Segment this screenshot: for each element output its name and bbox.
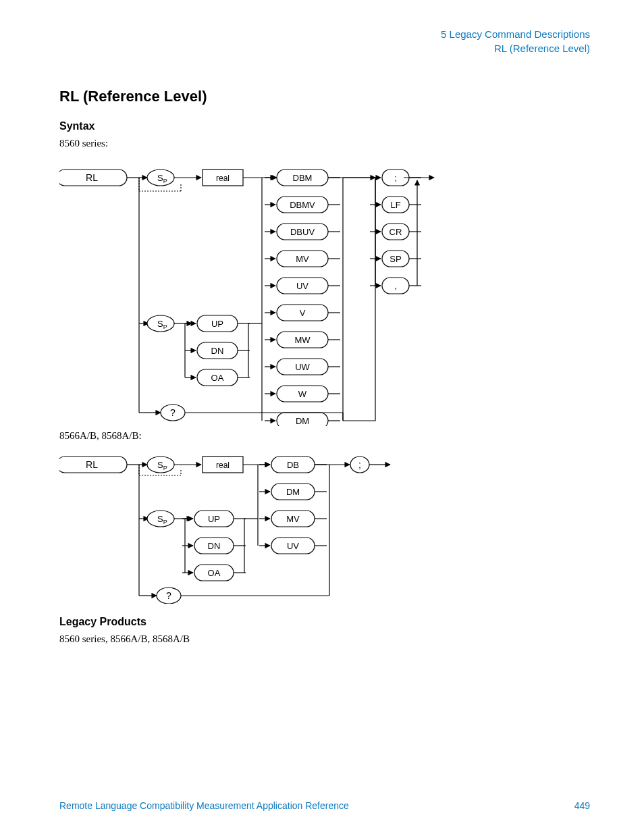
d2-sp-sub: P (163, 465, 167, 471)
legacy-heading: Legacy Products (59, 616, 590, 628)
svg-text:UP: UP (211, 319, 223, 329)
svg-text:MV: MV (296, 254, 309, 264)
footer-page-number: 449 (574, 800, 590, 811)
syntax-diagram-8560: RL SP real DBMDBMVDBUVMVUVVMWUWWDM ;LFCR… (59, 156, 437, 426)
svg-text:MW: MW (294, 335, 311, 345)
d2-real: real (216, 461, 230, 470)
d2-start: RL (86, 459, 98, 470)
d1-query: ? (170, 407, 176, 418)
header-section: RL (Reference Level) (59, 41, 590, 55)
svg-text:DN: DN (211, 346, 224, 356)
series1-label: 8560 series: (59, 138, 590, 149)
svg-text:UP: UP (208, 514, 220, 524)
svg-text:DM: DM (296, 416, 309, 426)
running-header: 5 Legacy Command Descriptions RL (Refere… (59, 27, 590, 55)
svg-text:UV: UV (287, 541, 299, 551)
svg-text:UW: UW (295, 362, 310, 372)
d1-sp2-sub: P (163, 323, 167, 330)
svg-text:DBM: DBM (293, 173, 313, 183)
footer-doc-title: Remote Language Compatibility Measuremen… (59, 800, 349, 811)
d2-sp: S (157, 460, 163, 470)
d2-sp2: S (157, 514, 163, 524)
svg-text:V: V (300, 308, 306, 318)
syntax-heading: Syntax (59, 120, 590, 132)
d1-sp: S (157, 173, 163, 183)
svg-text:SP: SP (390, 254, 401, 264)
header-chapter: 5 Legacy Command Descriptions (59, 27, 590, 41)
d1-start: RL (86, 172, 98, 183)
svg-text:W: W (298, 389, 307, 399)
svg-text:;: ; (394, 173, 397, 183)
legacy-products-text: 8560 series, 8566A/B, 8568A/B (59, 633, 590, 645)
svg-text:UV: UV (296, 281, 308, 291)
d1-sp-sub: P (163, 178, 167, 184)
d1-real: real (216, 174, 230, 183)
svg-text:MV: MV (286, 514, 300, 524)
d2-sp2-sub: P (163, 519, 167, 525)
syntax-diagram-8566: RL SP real DBDMMVUV ; SP UP (59, 448, 397, 604)
svg-text:OA: OA (211, 373, 224, 383)
page-title: RL (Reference Level) (59, 88, 590, 105)
svg-text:,: , (394, 281, 397, 291)
svg-text:OA: OA (208, 568, 221, 578)
svg-text:CR: CR (390, 227, 402, 237)
d1-sp2: S (157, 319, 163, 329)
series2-label: 8566A/B, 8568A/B: (59, 430, 590, 442)
svg-text:DBUV: DBUV (290, 227, 315, 237)
svg-text:DM: DM (286, 487, 300, 497)
svg-text:DB: DB (287, 460, 299, 470)
svg-text:DBMV: DBMV (290, 200, 315, 210)
d2-query: ? (166, 590, 171, 601)
svg-text:DN: DN (208, 541, 221, 551)
svg-text:LF: LF (390, 200, 400, 210)
d2-term: ; (358, 459, 361, 470)
page-footer: Remote Language Compatibility Measuremen… (59, 800, 590, 811)
